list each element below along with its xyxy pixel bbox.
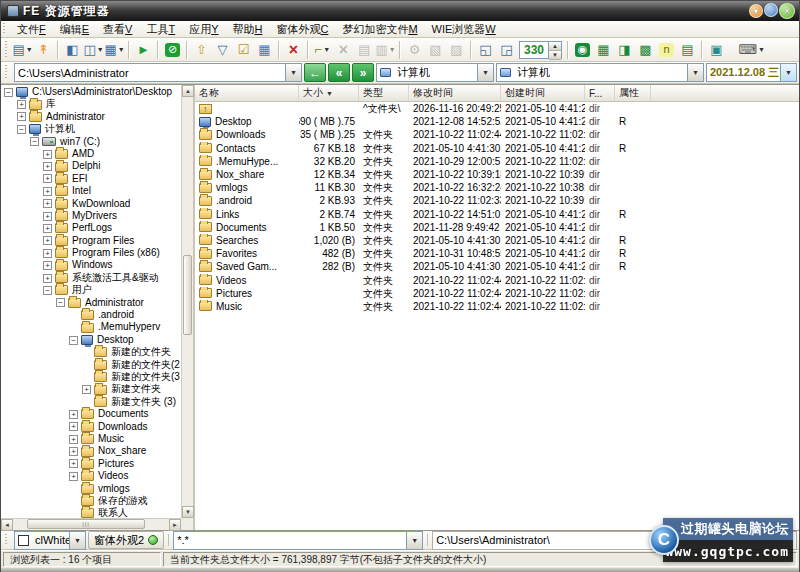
file-row[interactable]: Contacts67 KB.18文件夹2021-05-10 4:41:30202… [195,142,799,155]
menu-item-f[interactable]: 文件F [10,21,53,38]
paste-dropdown-icon[interactable]: ▼ [389,46,396,53]
file-row[interactable]: Downloads35 ( MB ).25文件夹2021-10-22 11:02… [195,128,799,141]
filter-value[interactable]: *.* [174,534,406,546]
details-button[interactable]: ▦ [593,40,614,60]
menu-item-m[interactable]: 梦幻加密文件M [335,21,424,38]
file-row[interactable]: Saved Gam...282 (B)文件夹2021-05-10 4:41:30… [195,260,799,273]
file-row[interactable]: Pictures文件夹2021-10-22 11:02:442021-10-22… [195,287,799,300]
tree-item[interactable]: vmlogs [1,483,181,495]
tree-item[interactable]: +Videos [1,470,181,482]
image-button[interactable]: ▩ [635,40,656,60]
folder-tree-button[interactable]: ▤▼ [12,40,33,60]
maximize-button[interactable]: ▫ [764,3,778,17]
column-header-6[interactable]: 属性 [615,85,651,101]
date-grid-button[interactable]: ▦ [254,40,275,60]
tree-expand-icon[interactable]: + [69,435,78,444]
tree-vscroll-thumb[interactable] [183,255,192,335]
tree-item[interactable]: +Program Files [1,235,181,247]
tree-expand-icon[interactable]: + [43,187,52,196]
layout-grid-dropdown-icon[interactable]: ▼ [118,46,125,53]
delete-button[interactable]: × [283,40,304,60]
computer-combo-1-value[interactable]: 计算机 [394,65,477,80]
tree-expand-icon[interactable]: + [43,150,52,159]
folder-up-button[interactable]: ⇧ [191,40,212,60]
column-header-3[interactable]: 修改时间 [409,85,501,101]
tree-item[interactable]: 保存的游戏 [1,495,181,507]
tree-item[interactable]: 新建文件夹 (3) [1,396,181,408]
tree-item[interactable]: −Desktop [1,334,181,346]
tree-expand-icon[interactable]: + [43,199,52,208]
go-arrow-button[interactable]: ► [133,40,154,60]
tree-item[interactable]: +Music [1,433,181,445]
tree-item[interactable]: +Delphi [1,160,181,172]
tree-item[interactable]: −计算机 [1,123,181,135]
tree-expand-icon[interactable]: + [17,112,26,121]
tree-item[interactable]: 联系人 [1,507,181,518]
computer-combo-1[interactable]: 计算机 ▼ [376,63,494,82]
layout-single-button[interactable]: ◧ [62,40,83,60]
file-row[interactable]: Documents1 KB.50文件夹2021-11-28 9:49:42202… [195,221,799,234]
search-folders-button[interactable]: ◨ [614,40,635,60]
file-row[interactable]: Searches1,020 (B)文件夹2021-05-10 4:41:3020… [195,234,799,247]
tree-collapse-icon[interactable]: − [4,88,13,97]
filter-dropdown-icon[interactable]: ▼ [406,532,422,549]
tree-item[interactable]: +AMD [1,148,181,160]
tree-item[interactable]: +Windows [1,259,181,271]
key-dropdown-icon[interactable]: ▼ [323,46,331,53]
appearance-button[interactable]: 窗体外观2 [88,531,164,549]
menu-item-w[interactable]: WIE浏览器W [425,21,503,38]
window-a-button[interactable]: ◱ [475,40,496,60]
address-path[interactable]: C:\Users\Administrator [15,67,285,79]
select-check-button[interactable]: ☑ [233,40,254,60]
scroll-left-icon[interactable]: ◄ [1,519,13,531]
file-row[interactable]: Desktop690 ( MB ).752021-12-08 14:52:522… [195,115,799,128]
back-button[interactable]: ← [304,63,326,82]
file-row[interactable]: Music文件夹2021-10-22 11:02:442021-10-22 11… [195,300,799,313]
spinner-up-icon[interactable]: ▲ [549,42,561,51]
tree-item[interactable]: 新建的文件夹(3 [1,371,181,383]
tree-expand-icon[interactable]: + [43,274,52,283]
menu-item-y[interactable]: 应用Y [182,21,225,38]
window-b-button[interactable]: ◲ [496,40,517,60]
file-row[interactable]: ^文件夹\2026-11-16 20:49:252021-05-10 4:41:… [195,102,799,115]
tree-expand-icon[interactable]: + [43,224,52,233]
layout-dual-button[interactable]: ◫▼ [83,40,104,60]
tree-collapse-icon[interactable]: − [43,286,52,295]
report-button[interactable]: ▤ [677,40,698,60]
tree-item[interactable]: .MemuHyperv [1,321,181,333]
column-header-0[interactable]: 名称 [195,85,299,101]
file-row[interactable]: vmlogs11 KB.30文件夹2021-10-22 16:32:242021… [195,181,799,194]
tree-item[interactable]: −用户 [1,284,181,296]
tree-expand-icon[interactable]: + [43,261,52,270]
menu-item-v[interactable]: 查看V [96,21,139,38]
address-dropdown-icon[interactable]: ▼ [285,64,301,81]
tree-collapse-icon[interactable]: − [30,137,39,146]
menu-item-t[interactable]: 工具T [139,21,182,38]
tree-expand-icon[interactable]: + [43,174,52,183]
color-combo-value[interactable]: clWhite [32,534,69,546]
frame-image-button[interactable]: ▣ [706,40,727,60]
stop-button[interactable]: ⊘ [162,40,183,60]
file-row[interactable]: Videos文件夹2021-10-22 11:02:442021-10-22 1… [195,273,799,286]
tree-vertical-scrollbar[interactable]: ▲ ▼ [181,85,193,518]
tree-item[interactable]: −C:\Users\Administrator\Desktop [1,86,181,98]
tree-expand-icon[interactable]: + [43,212,52,221]
tree-horizontal-scrollbar[interactable]: ◄ ||| ► [1,518,181,530]
column-header-5[interactable]: F... [585,85,615,101]
file-row[interactable]: Nox_share12 KB.34文件夹2021-10-22 10:39:182… [195,168,799,181]
menu-item-c[interactable]: 窗体外观C [269,21,335,38]
scroll-up-icon[interactable]: ▲ [182,85,194,97]
filter-button[interactable]: ▽ [212,40,233,60]
history-forward-button[interactable]: » [352,63,374,82]
tree-item[interactable]: +KwDownload [1,198,181,210]
keyboard-dropdown-icon[interactable]: ▼ [758,46,765,53]
tree-item[interactable]: −Administrator [1,297,181,309]
menu-item-h[interactable]: 帮助H [226,21,270,38]
tree-item[interactable]: +Nox_share [1,445,181,457]
tree-item[interactable]: +PerfLogs [1,222,181,234]
tree-expand-icon[interactable]: + [17,100,26,109]
count-spinner-value[interactable]: 330 [520,42,548,58]
tree-item[interactable]: 新建的文件夹(2 [1,359,181,371]
scroll-right-icon[interactable]: ► [169,519,181,531]
tree-item[interactable]: +Pictures [1,458,181,470]
